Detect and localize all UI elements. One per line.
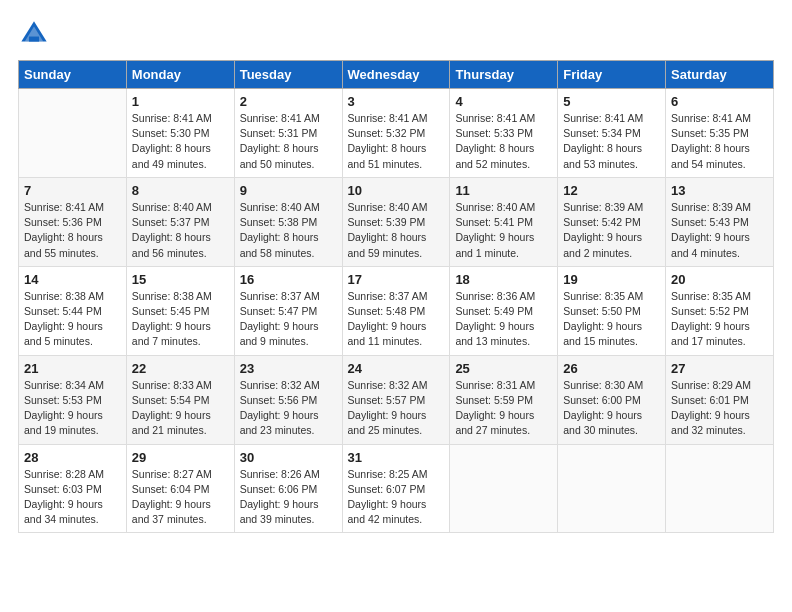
day-info: Sunrise: 8:30 AM Sunset: 6:00 PM Dayligh… bbox=[563, 378, 660, 439]
day-number: 6 bbox=[671, 94, 768, 109]
day-cell: 25Sunrise: 8:31 AM Sunset: 5:59 PM Dayli… bbox=[450, 355, 558, 444]
col-header-thursday: Thursday bbox=[450, 61, 558, 89]
day-number: 11 bbox=[455, 183, 552, 198]
day-cell: 31Sunrise: 8:25 AM Sunset: 6:07 PM Dayli… bbox=[342, 444, 450, 533]
day-number: 4 bbox=[455, 94, 552, 109]
day-number: 22 bbox=[132, 361, 229, 376]
day-cell: 26Sunrise: 8:30 AM Sunset: 6:00 PM Dayli… bbox=[558, 355, 666, 444]
col-header-friday: Friday bbox=[558, 61, 666, 89]
week-row-1: 1Sunrise: 8:41 AM Sunset: 5:30 PM Daylig… bbox=[19, 89, 774, 178]
day-cell: 24Sunrise: 8:32 AM Sunset: 5:57 PM Dayli… bbox=[342, 355, 450, 444]
day-number: 15 bbox=[132, 272, 229, 287]
day-cell: 6Sunrise: 8:41 AM Sunset: 5:35 PM Daylig… bbox=[666, 89, 774, 178]
day-cell: 3Sunrise: 8:41 AM Sunset: 5:32 PM Daylig… bbox=[342, 89, 450, 178]
day-info: Sunrise: 8:40 AM Sunset: 5:38 PM Dayligh… bbox=[240, 200, 337, 261]
week-row-5: 28Sunrise: 8:28 AM Sunset: 6:03 PM Dayli… bbox=[19, 444, 774, 533]
day-info: Sunrise: 8:40 AM Sunset: 5:39 PM Dayligh… bbox=[348, 200, 445, 261]
day-info: Sunrise: 8:37 AM Sunset: 5:47 PM Dayligh… bbox=[240, 289, 337, 350]
day-info: Sunrise: 8:35 AM Sunset: 5:52 PM Dayligh… bbox=[671, 289, 768, 350]
day-cell: 14Sunrise: 8:38 AM Sunset: 5:44 PM Dayli… bbox=[19, 266, 127, 355]
day-cell: 29Sunrise: 8:27 AM Sunset: 6:04 PM Dayli… bbox=[126, 444, 234, 533]
week-row-2: 7Sunrise: 8:41 AM Sunset: 5:36 PM Daylig… bbox=[19, 177, 774, 266]
day-cell: 2Sunrise: 8:41 AM Sunset: 5:31 PM Daylig… bbox=[234, 89, 342, 178]
day-number: 23 bbox=[240, 361, 337, 376]
day-number: 19 bbox=[563, 272, 660, 287]
svg-rect-2 bbox=[29, 37, 39, 42]
day-cell: 1Sunrise: 8:41 AM Sunset: 5:30 PM Daylig… bbox=[126, 89, 234, 178]
day-cell bbox=[19, 89, 127, 178]
day-info: Sunrise: 8:25 AM Sunset: 6:07 PM Dayligh… bbox=[348, 467, 445, 528]
day-number: 2 bbox=[240, 94, 337, 109]
day-info: Sunrise: 8:29 AM Sunset: 6:01 PM Dayligh… bbox=[671, 378, 768, 439]
day-info: Sunrise: 8:40 AM Sunset: 5:41 PM Dayligh… bbox=[455, 200, 552, 261]
day-info: Sunrise: 8:37 AM Sunset: 5:48 PM Dayligh… bbox=[348, 289, 445, 350]
day-cell bbox=[450, 444, 558, 533]
day-info: Sunrise: 8:41 AM Sunset: 5:31 PM Dayligh… bbox=[240, 111, 337, 172]
day-info: Sunrise: 8:41 AM Sunset: 5:36 PM Dayligh… bbox=[24, 200, 121, 261]
col-header-tuesday: Tuesday bbox=[234, 61, 342, 89]
day-info: Sunrise: 8:41 AM Sunset: 5:35 PM Dayligh… bbox=[671, 111, 768, 172]
day-info: Sunrise: 8:26 AM Sunset: 6:06 PM Dayligh… bbox=[240, 467, 337, 528]
day-info: Sunrise: 8:33 AM Sunset: 5:54 PM Dayligh… bbox=[132, 378, 229, 439]
day-cell: 27Sunrise: 8:29 AM Sunset: 6:01 PM Dayli… bbox=[666, 355, 774, 444]
day-cell: 16Sunrise: 8:37 AM Sunset: 5:47 PM Dayli… bbox=[234, 266, 342, 355]
day-cell: 28Sunrise: 8:28 AM Sunset: 6:03 PM Dayli… bbox=[19, 444, 127, 533]
day-info: Sunrise: 8:39 AM Sunset: 5:42 PM Dayligh… bbox=[563, 200, 660, 261]
day-cell: 13Sunrise: 8:39 AM Sunset: 5:43 PM Dayli… bbox=[666, 177, 774, 266]
header-row: SundayMondayTuesdayWednesdayThursdayFrid… bbox=[19, 61, 774, 89]
day-info: Sunrise: 8:41 AM Sunset: 5:33 PM Dayligh… bbox=[455, 111, 552, 172]
day-info: Sunrise: 8:28 AM Sunset: 6:03 PM Dayligh… bbox=[24, 467, 121, 528]
day-number: 31 bbox=[348, 450, 445, 465]
day-number: 30 bbox=[240, 450, 337, 465]
day-cell: 21Sunrise: 8:34 AM Sunset: 5:53 PM Dayli… bbox=[19, 355, 127, 444]
day-cell: 8Sunrise: 8:40 AM Sunset: 5:37 PM Daylig… bbox=[126, 177, 234, 266]
calendar-table: SundayMondayTuesdayWednesdayThursdayFrid… bbox=[18, 60, 774, 533]
page: SundayMondayTuesdayWednesdayThursdayFrid… bbox=[0, 0, 792, 612]
day-cell bbox=[666, 444, 774, 533]
day-cell: 5Sunrise: 8:41 AM Sunset: 5:34 PM Daylig… bbox=[558, 89, 666, 178]
day-cell: 23Sunrise: 8:32 AM Sunset: 5:56 PM Dayli… bbox=[234, 355, 342, 444]
day-cell: 30Sunrise: 8:26 AM Sunset: 6:06 PM Dayli… bbox=[234, 444, 342, 533]
day-number: 1 bbox=[132, 94, 229, 109]
day-cell: 4Sunrise: 8:41 AM Sunset: 5:33 PM Daylig… bbox=[450, 89, 558, 178]
day-info: Sunrise: 8:38 AM Sunset: 5:44 PM Dayligh… bbox=[24, 289, 121, 350]
day-number: 27 bbox=[671, 361, 768, 376]
day-number: 13 bbox=[671, 183, 768, 198]
day-cell: 18Sunrise: 8:36 AM Sunset: 5:49 PM Dayli… bbox=[450, 266, 558, 355]
day-number: 5 bbox=[563, 94, 660, 109]
day-info: Sunrise: 8:32 AM Sunset: 5:57 PM Dayligh… bbox=[348, 378, 445, 439]
day-number: 21 bbox=[24, 361, 121, 376]
day-info: Sunrise: 8:36 AM Sunset: 5:49 PM Dayligh… bbox=[455, 289, 552, 350]
day-number: 12 bbox=[563, 183, 660, 198]
day-info: Sunrise: 8:41 AM Sunset: 5:32 PM Dayligh… bbox=[348, 111, 445, 172]
day-cell: 20Sunrise: 8:35 AM Sunset: 5:52 PM Dayli… bbox=[666, 266, 774, 355]
col-header-monday: Monday bbox=[126, 61, 234, 89]
day-number: 26 bbox=[563, 361, 660, 376]
day-cell: 12Sunrise: 8:39 AM Sunset: 5:42 PM Dayli… bbox=[558, 177, 666, 266]
day-info: Sunrise: 8:31 AM Sunset: 5:59 PM Dayligh… bbox=[455, 378, 552, 439]
day-number: 29 bbox=[132, 450, 229, 465]
day-number: 24 bbox=[348, 361, 445, 376]
day-number: 20 bbox=[671, 272, 768, 287]
day-cell: 9Sunrise: 8:40 AM Sunset: 5:38 PM Daylig… bbox=[234, 177, 342, 266]
day-info: Sunrise: 8:38 AM Sunset: 5:45 PM Dayligh… bbox=[132, 289, 229, 350]
week-row-4: 21Sunrise: 8:34 AM Sunset: 5:53 PM Dayli… bbox=[19, 355, 774, 444]
day-info: Sunrise: 8:41 AM Sunset: 5:34 PM Dayligh… bbox=[563, 111, 660, 172]
day-number: 3 bbox=[348, 94, 445, 109]
day-number: 25 bbox=[455, 361, 552, 376]
day-cell: 7Sunrise: 8:41 AM Sunset: 5:36 PM Daylig… bbox=[19, 177, 127, 266]
day-cell: 11Sunrise: 8:40 AM Sunset: 5:41 PM Dayli… bbox=[450, 177, 558, 266]
day-number: 18 bbox=[455, 272, 552, 287]
day-info: Sunrise: 8:32 AM Sunset: 5:56 PM Dayligh… bbox=[240, 378, 337, 439]
day-number: 7 bbox=[24, 183, 121, 198]
header bbox=[18, 18, 774, 50]
col-header-wednesday: Wednesday bbox=[342, 61, 450, 89]
day-cell: 10Sunrise: 8:40 AM Sunset: 5:39 PM Dayli… bbox=[342, 177, 450, 266]
logo-icon bbox=[18, 18, 50, 50]
day-number: 8 bbox=[132, 183, 229, 198]
week-row-3: 14Sunrise: 8:38 AM Sunset: 5:44 PM Dayli… bbox=[19, 266, 774, 355]
day-cell: 22Sunrise: 8:33 AM Sunset: 5:54 PM Dayli… bbox=[126, 355, 234, 444]
day-info: Sunrise: 8:41 AM Sunset: 5:30 PM Dayligh… bbox=[132, 111, 229, 172]
col-header-saturday: Saturday bbox=[666, 61, 774, 89]
day-cell: 19Sunrise: 8:35 AM Sunset: 5:50 PM Dayli… bbox=[558, 266, 666, 355]
